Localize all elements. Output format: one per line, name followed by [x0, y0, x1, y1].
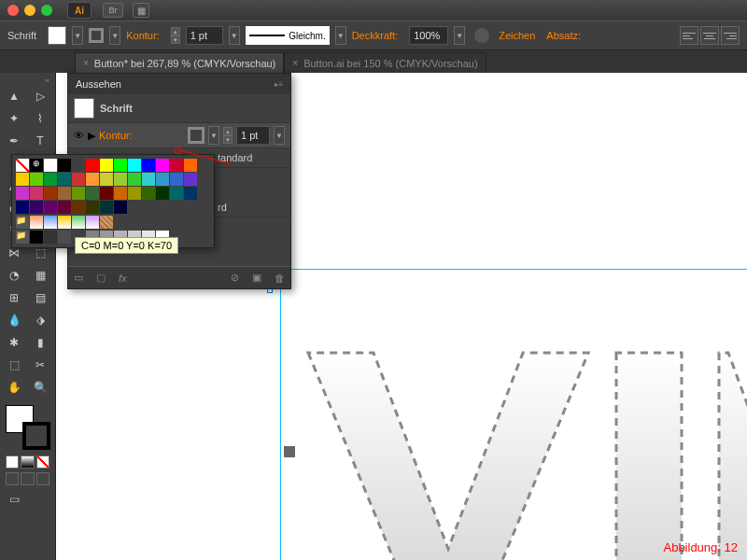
swatch-gradient[interactable] [72, 216, 85, 229]
swatch-color[interactable] [58, 201, 71, 214]
fill-stroke-control[interactable] [6, 405, 50, 450]
swatch-gray[interactable] [44, 231, 57, 244]
swatch-gradient[interactable] [30, 216, 43, 229]
arrange-button[interactable]: ▦ [133, 3, 149, 18]
swatch-gray[interactable] [30, 231, 43, 244]
opacity-field[interactable]: 100% [409, 26, 448, 45]
minimize-button[interactable] [24, 5, 35, 16]
swatch-color[interactable] [184, 187, 197, 200]
type-tool[interactable]: T [28, 131, 52, 151]
swatch-color[interactable] [30, 173, 43, 186]
zoom-tool[interactable]: 🔍 [28, 377, 52, 398]
add-stroke-icon[interactable]: ▢ [96, 272, 106, 284]
kontur-row-link[interactable]: Kontur: [99, 130, 132, 141]
duplicate-icon[interactable]: ▣ [252, 272, 261, 284]
panel-title[interactable]: Aussehen [76, 78, 121, 90]
swatch-color[interactable] [170, 187, 183, 200]
stroke-stepper[interactable]: ▲▼ [171, 27, 180, 44]
stroke-weight-dd[interactable]: ▼ [229, 26, 240, 45]
stroke-color-dd[interactable]: ▼ [208, 126, 219, 145]
artwork-text[interactable] [289, 343, 747, 560]
swatch-color[interactable] [128, 173, 141, 186]
none-mode-btn[interactable] [36, 455, 49, 469]
swatch-color[interactable] [58, 187, 71, 200]
swatch-color[interactable] [100, 173, 113, 186]
maximize-button[interactable] [41, 5, 52, 16]
screen-mode[interactable]: ▭ [2, 489, 26, 510]
recolor-icon[interactable] [474, 28, 489, 43]
close-button[interactable] [7, 5, 19, 16]
stroke-profile[interactable]: Gleichm. [246, 26, 330, 45]
swatch-color[interactable] [170, 173, 183, 186]
swatch-color[interactable] [16, 187, 29, 200]
draw-behind[interactable] [21, 472, 34, 485]
absatz-link[interactable]: Absatz: [546, 30, 581, 41]
stroke-weight-value[interactable]: 1 pt [236, 126, 270, 145]
perspective-tool[interactable]: ▦ [28, 265, 52, 286]
swatch-color[interactable] [44, 173, 57, 186]
stroke-weight-field[interactable]: 1 pt [186, 26, 223, 45]
opacity-row-2[interactable]: rd [218, 202, 227, 213]
swatch-color[interactable] [86, 187, 99, 200]
fill-swatch[interactable] [48, 26, 66, 45]
zeichen-link[interactable]: Zeichen [499, 30, 535, 41]
tab-close-icon[interactable]: × [292, 58, 298, 68]
swatch-color[interactable] [114, 173, 127, 186]
swatch-color[interactable] [156, 187, 169, 200]
deckkraft-link[interactable]: Deckkraft: [352, 30, 399, 41]
swatch-color[interactable] [128, 159, 141, 172]
stroke-swatch[interactable] [89, 28, 104, 43]
stroke-weight-dd2[interactable]: ▼ [274, 126, 285, 145]
swatch-color[interactable] [16, 173, 29, 186]
swatch-gray[interactable] [283, 445, 296, 458]
selection-tool[interactable]: ▲ [2, 86, 26, 106]
swatch-color[interactable] [72, 187, 85, 200]
swatch-color[interactable] [86, 173, 99, 186]
stroke-color-swatch[interactable] [188, 127, 204, 144]
swatch-gradient[interactable] [44, 216, 57, 229]
swatch-color[interactable] [58, 173, 71, 186]
swatch-color[interactable] [156, 159, 169, 172]
magic-wand-tool[interactable]: ✦ [2, 108, 26, 129]
align-center[interactable] [700, 26, 719, 45]
lasso-tool[interactable]: ⌇ [28, 108, 52, 129]
gradient-tool[interactable]: ▤ [28, 287, 52, 308]
swatch-color[interactable] [72, 159, 85, 172]
swatch-color[interactable] [30, 201, 43, 214]
swatch-color[interactable] [142, 187, 155, 200]
swatch-color[interactable] [44, 159, 57, 172]
swatch-color[interactable] [156, 173, 169, 186]
tab-close-icon[interactable]: × [83, 58, 89, 68]
bridge-button[interactable]: Br [103, 3, 123, 18]
swatch-color[interactable] [184, 159, 197, 172]
swatch-color[interactable] [44, 187, 57, 200]
swatch-color[interactable] [100, 187, 113, 200]
gradient-mode-btn[interactable] [21, 455, 34, 469]
tab-button2[interactable]: ×Button.ai bei 150 % (CMYK/Vorschau) [284, 52, 486, 73]
stroke-weight-stepper[interactable]: ▲▼ [223, 127, 233, 144]
toolbox-collapse[interactable]: « [2, 77, 53, 86]
swatch-color[interactable] [72, 201, 85, 214]
swatch-color[interactable] [114, 159, 127, 172]
swatch-color[interactable] [100, 159, 113, 172]
swatch-color[interactable] [16, 201, 29, 214]
stroke-dropdown[interactable]: ▼ [109, 26, 120, 45]
swatch-color[interactable] [114, 187, 127, 200]
opacity-row-1[interactable]: tandard [218, 152, 252, 163]
fill-dropdown[interactable]: ▼ [72, 26, 83, 45]
swatch-color[interactable] [142, 159, 155, 172]
swatch-gray[interactable] [58, 231, 71, 244]
swatch-color[interactable] [72, 173, 85, 186]
swatch-none[interactable] [16, 159, 29, 172]
symbol-sprayer-tool[interactable]: ✱ [2, 332, 26, 353]
stroke-box[interactable] [22, 422, 50, 450]
swatch-color[interactable] [184, 173, 197, 186]
swatch-color[interactable] [86, 159, 99, 172]
color-mode-btn[interactable] [6, 455, 19, 469]
swatch-color[interactable] [30, 187, 43, 200]
expand-arrow-icon[interactable]: ▶ [88, 130, 95, 142]
swatch-color[interactable] [114, 201, 127, 214]
fx-menu[interactable]: fx [119, 273, 127, 284]
stroke-profile-dd[interactable]: ▼ [335, 26, 346, 45]
opacity-dd[interactable]: ▼ [454, 26, 465, 45]
